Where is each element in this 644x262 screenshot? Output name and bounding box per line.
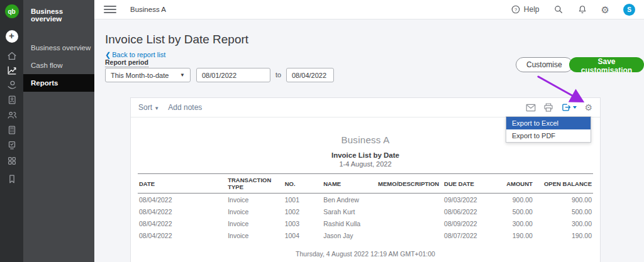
rail-item-payments[interactable] [0, 139, 23, 151]
table-row[interactable]: 08/04/2022Invoice 1001Ben Andrew 09/03/2… [138, 194, 593, 206]
invoice-table: DATE TRANSACTION TYPE NO. NAME MEMO/DESC… [138, 173, 593, 241]
sort-dropdown[interactable]: Sort ▼ [138, 103, 159, 112]
col-header-no: NO. [284, 174, 323, 194]
chevron-down-icon [573, 106, 577, 109]
table-row[interactable]: 08/04/2022Invoice 1004Jason Jay 08/07/20… [138, 229, 593, 241]
sidebar: Business overview Business overview Cash… [23, 0, 94, 262]
col-header-transaction-type: TRANSACTION TYPE [226, 174, 284, 194]
chevron-down-icon: ▼ [154, 106, 159, 111]
table-row[interactable]: 08/04/2022Invoice 1003Rashid Kulla 08/09… [138, 217, 593, 229]
hamburger-menu-icon[interactable] [104, 4, 116, 15]
settings-gear-icon[interactable]: ⚙ [601, 5, 609, 14]
sidebar-item-cash-flow[interactable]: Cash flow [23, 57, 94, 74]
print-button[interactable] [543, 102, 553, 112]
envelope-icon [526, 104, 536, 112]
col-header-open-balance: OPEN BALANCE [534, 174, 593, 194]
add-notes-link[interactable]: Add notes [168, 103, 202, 112]
export-dropdown-menu: Export to Excel Export to PDF [506, 116, 591, 143]
page-title: Invoice List by Date Report [105, 33, 248, 46]
customise-button[interactable]: Customise [516, 57, 573, 72]
company-name: Business A [130, 6, 166, 13]
export-button[interactable] [561, 102, 577, 112]
report-date-range: 1-4 August, 2022 [131, 160, 600, 168]
cash-in-hand-icon [6, 79, 18, 90]
terminal-check-icon [6, 139, 18, 151]
plus-icon: + [6, 30, 18, 43]
main-content: Invoice List by Date Report ❮Back to rep… [94, 19, 644, 262]
quickbooks-logo[interactable]: qb [0, 4, 23, 18]
report-period-select[interactable]: This Month-to-date ▼ [105, 68, 191, 82]
search-icon[interactable] [553, 4, 564, 14]
apps-grid-icon [6, 155, 18, 166]
people-icon [6, 109, 18, 121]
help-button[interactable]: ? Help [511, 4, 540, 14]
rail-item-apps[interactable] [0, 155, 23, 166]
printer-icon [543, 102, 553, 112]
rail-item-reports[interactable] [0, 65, 23, 76]
rail-item-home[interactable] [0, 50, 23, 62]
bookmark-icon [6, 173, 18, 185]
address-book-icon [6, 94, 18, 106]
qb-logo-icon: qb [5, 4, 19, 18]
chevron-down-icon: ▼ [180, 72, 185, 78]
rail-item-customers[interactable] [0, 109, 23, 121]
report-card: Sort ▼ Add notes [130, 97, 601, 262]
rail-item-calculator[interactable] [0, 124, 23, 136]
sidebar-item-reports[interactable]: Reports [23, 74, 94, 92]
rail-item-cash[interactable] [0, 79, 23, 90]
rail-item-contacts[interactable] [0, 94, 23, 106]
save-customisation-button[interactable]: Save customisation [569, 57, 644, 72]
table-header-row: DATE TRANSACTION TYPE NO. NAME MEMO/DESC… [138, 174, 593, 194]
to-label: to [275, 71, 281, 79]
help-icon: ? [511, 4, 521, 14]
new-button[interactable]: + [0, 30, 23, 43]
sidebar-header: Business overview [23, 0, 94, 23]
report-name: Invoice List by Date [131, 151, 600, 159]
col-header-memo: MEMO/DESCRIPTION [377, 174, 443, 194]
notifications-bell-icon[interactable] [577, 4, 587, 14]
menu-item-export-to-excel[interactable]: Export to Excel [506, 117, 591, 129]
line-chart-icon [6, 65, 18, 76]
date-to-input[interactable] [286, 68, 334, 82]
calculator-icon [6, 124, 18, 136]
table-row[interactable]: 08/04/2022Invoice 1002Sarah Kurt 08/06/2… [138, 205, 593, 217]
help-label: Help [524, 5, 540, 14]
topbar: Business A ? Help ⚙ S [94, 0, 644, 19]
col-header-date: DATE [138, 174, 226, 194]
email-button[interactable] [526, 104, 536, 112]
home-icon [6, 50, 18, 62]
report-period-label: Report period [105, 58, 148, 67]
menu-item-export-to-pdf[interactable]: Export to PDF [506, 129, 591, 142]
left-icon-rail: qb + [0, 0, 23, 262]
export-icon [561, 102, 572, 112]
col-header-amount: AMOUNT [497, 174, 534, 194]
report-generated-timestamp: Thursday, 4 August 2022 12:19 AM GMT+01:… [131, 250, 600, 258]
chevron-left-icon: ❮ [105, 51, 111, 58]
col-header-due-date: DUE DATE [443, 174, 497, 194]
date-from-input[interactable] [196, 68, 270, 82]
report-toolbar: Sort ▼ Add notes [131, 98, 600, 117]
rail-item-bookmarks[interactable] [0, 173, 23, 185]
col-header-name: NAME [322, 174, 377, 194]
sidebar-item-business-overview[interactable]: Business overview [23, 39, 94, 57]
svg-text:?: ? [514, 7, 517, 13]
user-avatar[interactable]: S [623, 4, 635, 16]
report-settings-gear-icon[interactable]: ⚙ [584, 103, 592, 112]
